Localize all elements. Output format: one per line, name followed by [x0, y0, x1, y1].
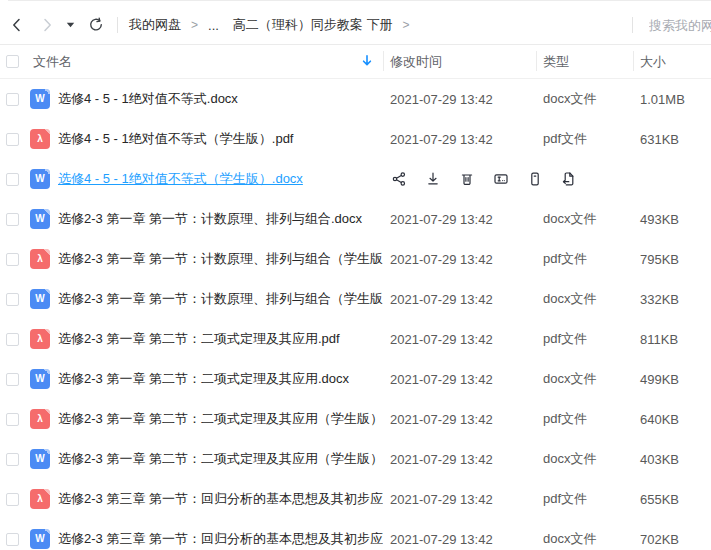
file-modified: 2021-07-29 13:42	[383, 212, 536, 227]
file-name[interactable]: 选修2-3 第一章 第一节：计数原理、排列与组合.docx	[58, 210, 383, 228]
file-type-icon: W	[30, 89, 50, 109]
column-header-modified[interactable]: 修改时间	[383, 53, 536, 71]
file-modified: 2021-07-29 13:42	[383, 252, 536, 267]
row-checkbox[interactable]	[6, 413, 19, 426]
breadcrumb: 我的网盘 > ... 高二（理科）同步教案 下册 >	[129, 16, 420, 34]
row-checkbox[interactable]	[6, 133, 19, 146]
refresh-icon[interactable]	[87, 16, 105, 34]
column-header-type[interactable]: 类型	[536, 53, 633, 71]
row-checkbox[interactable]	[6, 453, 19, 466]
file-name[interactable]: 选修2-3 第一章 第二节：二项式定理及其应用.pdf	[58, 330, 383, 348]
file-name[interactable]: 选修2-3 第三章 第一节：回归分析的基本思想及其初步应...	[58, 490, 383, 508]
file-size: 631KB	[633, 132, 711, 147]
row-checkbox[interactable]	[6, 253, 19, 266]
file-type: docx文件	[536, 450, 633, 468]
toolbar: 我的网盘 > ... 高二（理科）同步教案 下册 > 搜索我的网盘	[0, 6, 711, 45]
file-modified: 2021-07-29 13:42	[383, 132, 536, 147]
file-modified: 2021-07-29 13:42	[383, 372, 536, 387]
table-row[interactable]: W 选修4 - 5 - 1绝对值不等式.docx 2021-07-29 13:4…	[0, 79, 711, 119]
row-checkbox[interactable]	[6, 213, 19, 226]
table-row[interactable]: W 选修4 - 5 - 1绝对值不等式（学生版）.docx	[0, 159, 711, 199]
file-type-icon: λ	[30, 409, 50, 429]
column-header-name[interactable]: 文件名	[6, 53, 383, 71]
file-modified: 2021-07-29 13:42	[383, 332, 536, 347]
row-checkbox[interactable]	[6, 293, 19, 306]
file-type: pdf文件	[536, 330, 633, 348]
transfer-file-icon[interactable]	[560, 170, 578, 188]
file-name[interactable]: 选修2-3 第一章 第二节：二项式定理及其应用（学生版）...	[58, 410, 383, 428]
breadcrumb-separator-end: >	[402, 18, 409, 32]
save-to-device-icon[interactable]	[526, 170, 544, 188]
file-manager-window: 我的网盘 > ... 高二（理科）同步教案 下册 > 搜索我的网盘 文件名 修改…	[0, 0, 711, 550]
row-checkbox[interactable]	[6, 493, 19, 506]
file-name[interactable]: 选修2-3 第三章 第一节：回归分析的基本思想及其初步应...	[58, 530, 383, 548]
breadcrumb-root[interactable]: 我的网盘	[129, 16, 181, 34]
download-icon[interactable]	[424, 170, 442, 188]
file-name[interactable]: 选修4 - 5 - 1绝对值不等式（学生版）.pdf	[58, 130, 383, 148]
file-size: 640KB	[633, 412, 711, 427]
table-row[interactable]: W 选修2-3 第三章 第一节：回归分析的基本思想及其初步应... 2021-0…	[0, 519, 711, 550]
file-type: docx文件	[536, 370, 633, 388]
file-name[interactable]: 选修2-3 第一章 第二节：二项式定理及其应用.docx	[58, 370, 383, 388]
file-type-icon: W	[30, 369, 50, 389]
row-checkbox[interactable]	[6, 173, 19, 186]
delete-icon[interactable]	[458, 170, 476, 188]
share-icon[interactable]	[390, 170, 408, 188]
file-name[interactable]: 选修2-3 第一章 第一节：计数原理、排列与组合（学生版...	[58, 290, 383, 308]
row-checkbox[interactable]	[6, 93, 19, 106]
column-header-size[interactable]: 大小	[633, 53, 711, 71]
table-row[interactable]: λ 选修2-3 第一章 第一节：计数原理、排列与组合（学生版... 2021-0…	[0, 239, 711, 279]
file-modified: 2021-07-29 13:42	[383, 412, 536, 427]
back-icon[interactable]	[8, 16, 26, 34]
table-row[interactable]: W 选修2-3 第一章 第一节：计数原理、排列与组合.docx 2021-07-…	[0, 199, 711, 239]
file-size: 702KB	[633, 532, 711, 547]
file-type-icon: W	[30, 289, 50, 309]
rename-icon[interactable]	[492, 170, 510, 188]
breadcrumb-current[interactable]: 高二（理科）同步教案 下册	[233, 16, 393, 34]
file-size: 811KB	[633, 332, 711, 347]
select-all-checkbox[interactable]	[6, 55, 19, 68]
table-row[interactable]: W 选修2-3 第一章 第一节：计数原理、排列与组合（学生版... 2021-0…	[0, 279, 711, 319]
table-row[interactable]: λ 选修2-3 第一章 第二节：二项式定理及其应用.pdf 2021-07-29…	[0, 319, 711, 359]
file-type-icon: W	[30, 209, 50, 229]
table-row[interactable]: W 选修2-3 第一章 第二节：二项式定理及其应用（学生版）... 2021-0…	[0, 439, 711, 479]
table-row[interactable]: λ 选修2-3 第一章 第二节：二项式定理及其应用（学生版）... 2021-0…	[0, 399, 711, 439]
search-area: 搜索我的网盘	[632, 6, 711, 44]
row-actions	[390, 159, 594, 199]
file-modified: 2021-07-29 13:42	[383, 92, 536, 107]
breadcrumb-ellipsis[interactable]: ...	[208, 18, 219, 33]
file-size: 403KB	[633, 452, 711, 467]
file-type: docx文件	[536, 530, 633, 548]
file-type-icon: λ	[30, 249, 50, 269]
file-modified: 2021-07-29 13:42	[383, 492, 536, 507]
row-checkbox[interactable]	[6, 373, 19, 386]
file-name[interactable]: 选修4 - 5 - 1绝对值不等式.docx	[58, 90, 383, 108]
file-name[interactable]: 选修2-3 第一章 第二节：二项式定理及其应用（学生版）...	[58, 450, 383, 468]
file-type: pdf文件	[536, 130, 633, 148]
file-type: pdf文件	[536, 490, 633, 508]
sort-desc-icon[interactable]	[360, 54, 374, 71]
file-name[interactable]: 选修4 - 5 - 1绝对值不等式（学生版）.docx	[58, 170, 383, 188]
file-type: docx文件	[536, 210, 633, 228]
table-row[interactable]: W 选修2-3 第一章 第二节：二项式定理及其应用.docx 2021-07-2…	[0, 359, 711, 399]
history-dropdown-icon[interactable]	[66, 22, 75, 28]
search-input[interactable]: 搜索我的网盘	[649, 16, 711, 35]
file-name[interactable]: 选修2-3 第一章 第一节：计数原理、排列与组合（学生版...	[58, 250, 383, 268]
toolbar-divider	[117, 17, 118, 33]
file-size: 1.01MB	[633, 92, 711, 107]
row-checkbox[interactable]	[6, 333, 19, 346]
file-size: 499KB	[633, 372, 711, 387]
row-checkbox[interactable]	[6, 533, 19, 546]
file-type: docx文件	[536, 90, 633, 108]
table-row[interactable]: λ 选修2-3 第三章 第一节：回归分析的基本思想及其初步应... 2021-0…	[0, 479, 711, 519]
forward-icon[interactable]	[38, 16, 56, 34]
file-type-icon: W	[30, 529, 50, 549]
table-row[interactable]: λ 选修4 - 5 - 1绝对值不等式（学生版）.pdf 2021-07-29 …	[0, 119, 711, 159]
file-size: 493KB	[633, 212, 711, 227]
file-modified: 2021-07-29 13:42	[383, 292, 536, 307]
file-type-icon: λ	[30, 129, 50, 149]
search-divider	[632, 17, 633, 33]
file-type-icon: W	[30, 449, 50, 469]
file-list: W 选修4 - 5 - 1绝对值不等式.docx 2021-07-29 13:4…	[0, 79, 711, 550]
breadcrumb-separator: >	[191, 18, 198, 32]
